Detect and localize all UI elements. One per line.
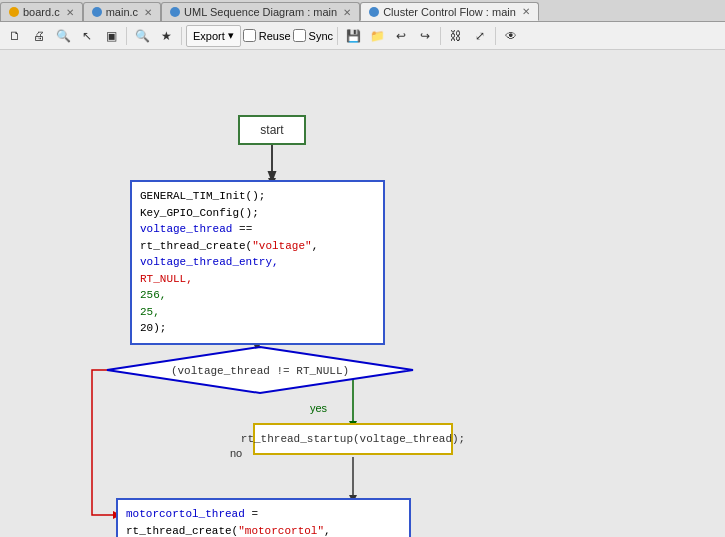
export-chevron: ▾ [228,29,234,42]
print-button[interactable]: 🖨 [28,25,50,47]
action-node[interactable]: rt_thread_startup(voltage_thread); [253,423,453,455]
tab-board-c[interactable]: board.c ✕ [0,2,83,21]
tab-icon-cluster-cf [369,7,379,17]
code-line2: motorcortol_thread = rt_thread_create("m… [126,506,401,537]
yes-label: yes [310,402,327,414]
code-line: GENERAL_TIM_Init(); [140,188,375,205]
folder-button[interactable]: 📁 [366,25,388,47]
svg-text:(voltage_thread != RT_NULL): (voltage_thread != RT_NULL) [171,365,349,377]
sync-label: Sync [309,30,333,42]
search-button[interactable]: 🔍 [131,25,153,47]
code-line: RT_NULL, [140,271,375,288]
sep1 [126,27,127,45]
tab-label-board-c: board.c [23,6,60,18]
new-button[interactable]: 🗋 [4,25,26,47]
tab-icon-board-c [9,7,19,17]
select-button[interactable]: ▣ [100,25,122,47]
zoom-button[interactable]: 🔍 [52,25,74,47]
start-label: start [260,123,283,137]
sep3 [337,27,338,45]
sync-checkbox[interactable] [293,29,306,42]
code-line: 256, [140,287,375,304]
no-label: no [230,447,242,459]
reuse-checkbox[interactable] [243,29,256,42]
undo-button[interactable]: ↩ [390,25,412,47]
tab-close-cluster-cf[interactable]: ✕ [522,6,530,17]
cursor-button[interactable]: ↖ [76,25,98,47]
redo-button[interactable]: ↪ [414,25,436,47]
tab-cluster-cf[interactable]: Cluster Control Flow : main ✕ [360,2,539,21]
code-block-2[interactable]: motorcortol_thread = rt_thread_create("m… [116,498,411,537]
reuse-label: Reuse [259,30,291,42]
tab-close-main-c[interactable]: ✕ [144,7,152,18]
tab-icon-uml-seq [170,7,180,17]
sep5 [495,27,496,45]
tab-label-main-c: main.c [106,6,138,18]
export-dropdown[interactable]: Export ▾ [186,25,241,47]
tab-close-board-c[interactable]: ✕ [66,7,74,18]
code-line: voltage_thread == rt_thread_create("volt… [140,221,375,254]
tab-label-cluster-cf: Cluster Control Flow : main [383,6,516,18]
star-button[interactable]: ★ [155,25,177,47]
link-button[interactable]: ⛓ [445,25,467,47]
reuse-group: Reuse [243,29,291,42]
start-node[interactable]: start [238,115,306,145]
code-block-1[interactable]: GENERAL_TIM_Init(); Key_GPIO_Config(); v… [130,180,385,345]
diamond-node[interactable]: (voltage_thread != RT_NULL) [105,345,415,395]
action-label: rt_thread_startup(voltage_thread); [241,433,465,445]
tab-label-uml-seq: UML Sequence Diagram : main [184,6,337,18]
tab-bar: board.c ✕ main.c ✕ UML Sequence Diagram … [0,0,725,22]
code-line: Key_GPIO_Config(); [140,205,375,222]
tab-close-uml-seq[interactable]: ✕ [343,7,351,18]
diamond-shape: (voltage_thread != RT_NULL) [105,345,415,395]
toolbar: 🗋 🖨 🔍 ↖ ▣ 🔍 ★ Export ▾ Reuse Sync 💾 📁 ↩ … [0,22,725,50]
code-line: voltage_thread_entry, [140,254,375,271]
expand-button[interactable]: ⤢ [469,25,491,47]
export-label: Export [193,30,225,42]
tab-uml-seq[interactable]: UML Sequence Diagram : main ✕ [161,2,360,21]
sep2 [181,27,182,45]
tab-icon-main-c [92,7,102,17]
code-line: 25, [140,304,375,321]
diagram-area: start GENERAL_TIM_Init(); Key_GPIO_Confi… [0,50,725,537]
tab-main-c[interactable]: main.c ✕ [83,2,161,21]
view-button[interactable]: 👁 [500,25,522,47]
save-button[interactable]: 💾 [342,25,364,47]
sync-group: Sync [293,29,333,42]
sep4 [440,27,441,45]
code-line: 20); [140,320,375,337]
